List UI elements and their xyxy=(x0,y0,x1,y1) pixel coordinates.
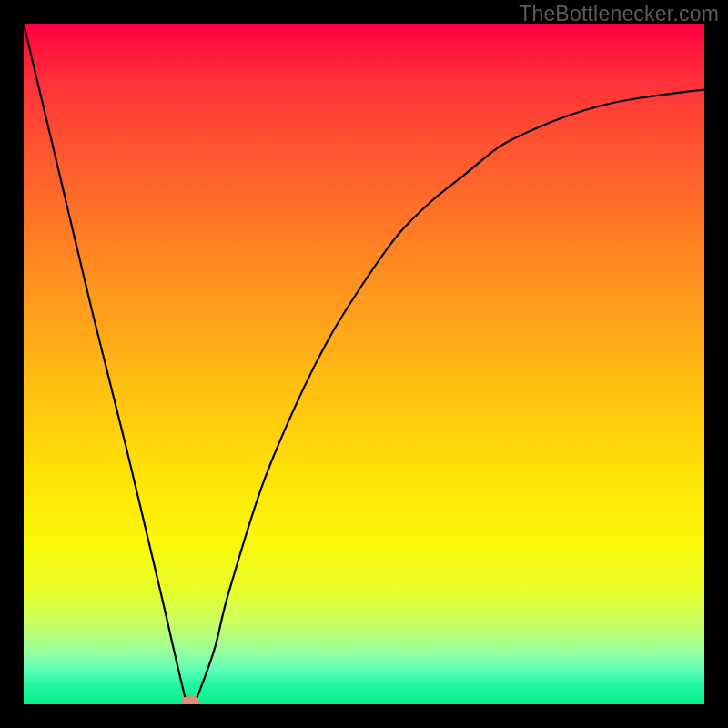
curve-path xyxy=(24,24,704,704)
watermark-label: TheBottlenecker.com xyxy=(519,2,719,26)
chart-frame: TheBottlenecker.com xyxy=(0,0,728,728)
bottleneck-curve xyxy=(24,24,704,704)
plot-area xyxy=(24,24,704,704)
